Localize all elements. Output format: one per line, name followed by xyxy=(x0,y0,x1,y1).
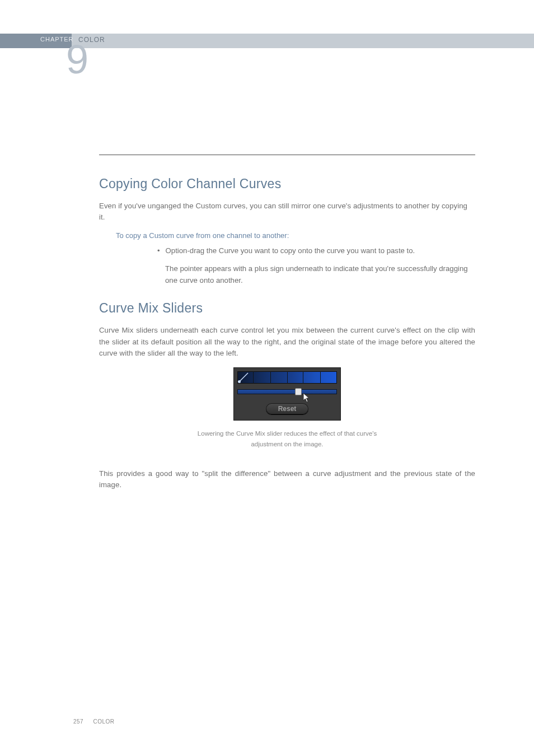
curvemix-intro-text: Curve Mix sliders underneath each curve … xyxy=(99,325,475,359)
bullet-subtext: The pointer appears with a plus sign und… xyxy=(165,263,475,286)
cursor-arrow-icon xyxy=(303,393,312,403)
curve-mix-figure: Reset xyxy=(233,367,341,421)
figure-container: Reset xyxy=(99,367,475,421)
caption-line-2: adjustment on the image. xyxy=(251,441,323,447)
page-number: 257 xyxy=(73,718,83,725)
bullet-item: • Option-drag the Curve you want to copy… xyxy=(157,245,475,256)
reset-button[interactable]: Reset xyxy=(266,403,309,414)
section-heading-curvemix: Curve Mix Sliders xyxy=(99,301,475,316)
curve-mix-slider[interactable] xyxy=(237,389,337,394)
bullet-dot-icon: • xyxy=(157,245,160,256)
caption-line-1: Lowering the Curve Mix slider reduces th… xyxy=(198,430,377,437)
footer-title: COLOR xyxy=(93,718,114,725)
curve-gradient-bar xyxy=(237,371,337,384)
section-heading-copying: Copying Color Channel Curves xyxy=(99,176,475,192)
page: CHAPTER COLOR 9 Copying Color Channel Cu… xyxy=(0,0,534,756)
content-area: Copying Color Channel Curves Even if you… xyxy=(99,155,475,499)
figure-caption: Lowering the Curve Mix slider reduces th… xyxy=(99,428,475,450)
horizontal-rule xyxy=(99,155,475,155)
curvemix-outro-text: This provides a good way to "split the d… xyxy=(99,468,475,491)
chapter-number: 9 xyxy=(66,39,88,80)
slider-knob[interactable] xyxy=(295,388,302,395)
copying-intro-text: Even if you've unganged the Custom curve… xyxy=(99,200,475,223)
page-footer: 257 COLOR xyxy=(73,718,115,725)
copying-subhead: To copy a Custom curve from one channel … xyxy=(116,231,475,240)
gradient-ticks xyxy=(237,371,337,384)
bullet-text: Option-drag the Curve you want to copy o… xyxy=(166,245,415,256)
curve-control-point-icon xyxy=(238,380,241,383)
